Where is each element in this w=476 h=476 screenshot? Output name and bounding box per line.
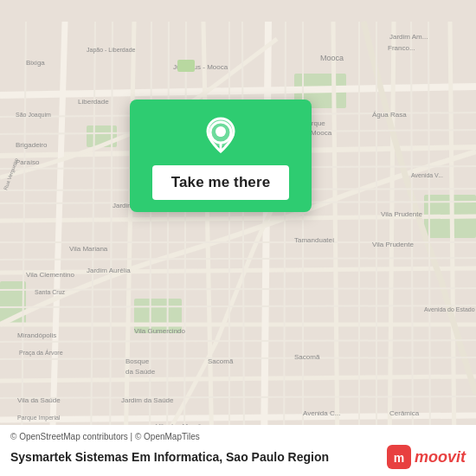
moovit-logo: m moovit (387, 445, 466, 469)
svg-text:Água Rasa: Água Rasa (372, 111, 407, 119)
svg-text:Tamanduateí: Tamanduateí (294, 236, 335, 244)
svg-text:Jardim Am...: Jardim Am... (389, 33, 428, 41)
svg-text:Jardim Aurélia: Jardim Aurélia (87, 267, 131, 274)
card-overlay: Take me there (130, 100, 312, 212)
location-row: Sysmartek Sistemas Em Informatica, Sao P… (10, 445, 466, 469)
svg-line-16 (264, 22, 268, 454)
svg-text:Vila Mariana: Vila Mariana (69, 245, 108, 253)
svg-text:Praça da Árvore: Praça da Árvore (19, 349, 63, 357)
bottom-bar: © OpenStreetMap contributors | © OpenMap… (0, 425, 476, 476)
svg-text:Sacomã: Sacomã (294, 353, 320, 361)
svg-text:Mirandópolis: Mirandópolis (17, 331, 56, 339)
svg-text:Vila Prudente: Vila Prudente (381, 210, 422, 218)
svg-text:São Joaquim: São Joaquim (16, 112, 51, 119)
moovit-icon: m (387, 445, 411, 469)
svg-text:Liberdade: Liberdade (78, 98, 109, 106)
svg-text:Vila da Saúde: Vila da Saúde (17, 396, 61, 404)
map-svg: Bixiga São Joaquim Brigadeiro Paraíso Ru… (0, 0, 476, 476)
svg-text:Bixiga: Bixiga (26, 59, 45, 67)
svg-text:Vila Gumercindo: Vila Gumercindo (134, 327, 186, 335)
svg-point-90 (215, 126, 226, 137)
svg-text:Jardim da Saúde: Jardim da Saúde (121, 396, 174, 404)
svg-rect-86 (177, 60, 195, 72)
svg-text:Bosque: Bosque (125, 357, 150, 365)
svg-text:Vila Clementino: Vila Clementino (26, 271, 74, 279)
map-background: Bixiga São Joaquim Brigadeiro Paraíso Ru… (0, 0, 476, 476)
svg-text:Avenida C...: Avenida C... (303, 409, 340, 417)
svg-text:Avenida V...: Avenida V... (411, 172, 443, 178)
svg-text:Brigadeiro: Brigadeiro (16, 141, 48, 149)
svg-text:m: m (394, 451, 404, 465)
svg-text:Franco...: Franco... (388, 44, 415, 52)
location-pin-icon (200, 115, 241, 157)
moovit-brand-text: moovit (415, 448, 466, 466)
svg-text:Mooca: Mooca (320, 54, 344, 62)
map-container: Bixiga São Joaquim Brigadeiro Paraíso Ru… (0, 0, 476, 476)
svg-text:da Saúde: da Saúde (125, 368, 156, 376)
map-attribution: © OpenStreetMap contributors | © OpenMap… (10, 432, 466, 441)
svg-text:Avenida do Estado: Avenida do Estado (424, 306, 475, 312)
svg-text:Cerâmica: Cerâmica (389, 409, 420, 417)
location-name: Sysmartek Sistemas Em Informatica, Sao P… (10, 450, 387, 464)
svg-text:Vila Prudente: Vila Prudente (372, 241, 414, 248)
svg-text:Paraíso: Paraíso (16, 158, 40, 166)
svg-text:Japão - Liberdade: Japão - Liberdade (87, 47, 136, 54)
svg-text:Santa Cruz: Santa Cruz (35, 289, 66, 295)
svg-text:Sacomã: Sacomã (208, 357, 234, 365)
svg-text:Parque Imperial: Parque Imperial (17, 415, 61, 421)
take-me-there-button[interactable]: Take me there (152, 165, 289, 200)
